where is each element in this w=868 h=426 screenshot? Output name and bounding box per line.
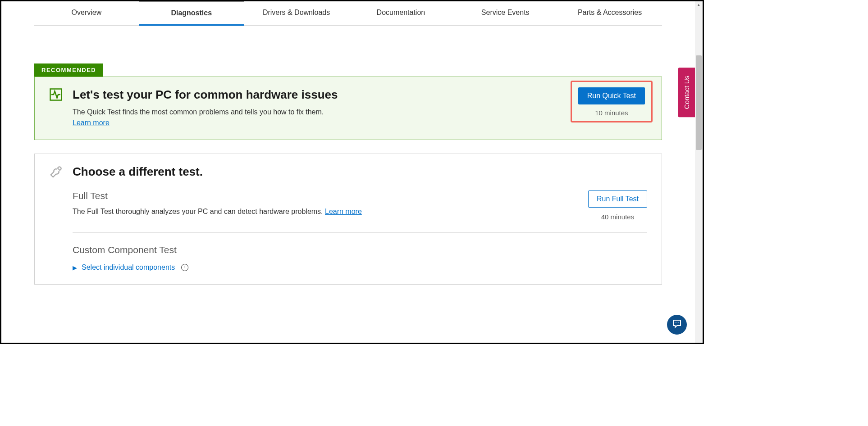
quick-test-learn-more-link[interactable]: Learn more	[73, 119, 110, 127]
chat-icon	[672, 318, 682, 331]
tab-diagnostics[interactable]: Diagnostics	[139, 1, 244, 26]
activity-icon	[49, 88, 63, 101]
tools-icon	[49, 165, 63, 179]
tab-drivers-downloads[interactable]: Drivers & Downloads	[244, 1, 349, 25]
recommended-badge: RECOMMENDED	[34, 63, 103, 77]
vertical-scrollbar[interactable]	[695, 1, 703, 343]
quick-test-duration: 10 minutes	[578, 109, 645, 117]
scrollbar-thumb[interactable]	[696, 55, 702, 150]
full-test-description: The Full Test thoroughly analyzes your P…	[73, 208, 325, 215]
select-components-link[interactable]: Select individual components	[82, 263, 175, 272]
full-test-section: Full Test The Full Test thoroughly analy…	[73, 190, 647, 233]
recommended-description: The Quick Test finds the most common pro…	[73, 108, 569, 116]
custom-test-section: Custom Component Test ▶ Select individua…	[73, 233, 647, 272]
run-quick-test-highlight: Run Quick Test 10 minutes	[571, 81, 653, 122]
tab-overview[interactable]: Overview	[34, 1, 139, 25]
other-tests-card: Choose a different test. Full Test The F…	[34, 154, 662, 285]
recommended-title: Let's test your PC for common hardware i…	[73, 88, 569, 102]
tab-documentation[interactable]: Documentation	[348, 1, 453, 25]
tab-bar: Overview Diagnostics Drivers & Downloads…	[34, 1, 662, 26]
caret-right-icon: ▶	[73, 264, 77, 271]
full-test-learn-more-link[interactable]: Learn more	[325, 208, 362, 215]
tab-parts-accessories[interactable]: Parts & Accessories	[557, 1, 662, 25]
run-quick-test-button[interactable]: Run Quick Test	[578, 87, 645, 104]
info-icon[interactable]: !	[181, 264, 188, 271]
recommended-card: Let's test your PC for common hardware i…	[34, 77, 662, 140]
tab-service-events[interactable]: Service Events	[453, 1, 557, 25]
contact-us-tab[interactable]: Contact Us	[678, 68, 695, 117]
run-full-test-button[interactable]: Run Full Test	[588, 190, 647, 208]
full-test-duration: 40 minutes	[588, 213, 647, 221]
chat-button[interactable]	[667, 315, 687, 335]
custom-test-name: Custom Component Test	[73, 245, 647, 255]
full-test-name: Full Test	[73, 190, 362, 201]
other-tests-title: Choose a different test.	[73, 165, 203, 179]
